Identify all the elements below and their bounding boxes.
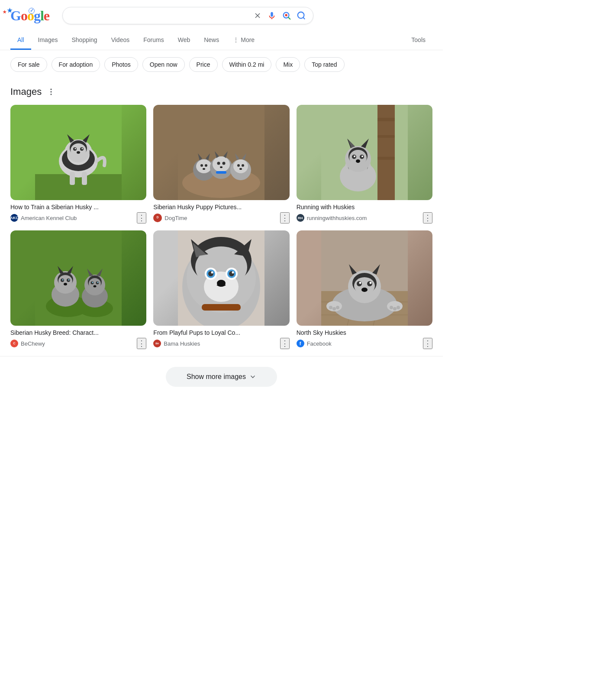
filters-bar: For sale For adoption Photos Open now Pr… <box>0 50 443 79</box>
chip-within-02-mi[interactable]: Within 0.2 mi <box>222 57 272 72</box>
svg-point-69 <box>361 155 363 157</box>
image-source-5: BH Bama Huskies ⋮ <box>153 338 289 349</box>
image-title-6: North Sky Huskies <box>297 329 432 336</box>
svg-point-21 <box>75 148 76 149</box>
svg-point-32 <box>200 164 203 167</box>
chip-photos[interactable]: Photos <box>104 57 138 72</box>
svg-point-133 <box>367 281 372 286</box>
images-section: Images <box>0 79 443 356</box>
svg-point-23 <box>77 151 80 154</box>
nav-item-web[interactable]: Web <box>171 31 197 50</box>
source-more-button-2[interactable]: ⋮ <box>280 212 290 223</box>
chip-price[interactable]: Price <box>189 57 218 72</box>
svg-point-83 <box>62 279 64 281</box>
chip-mix[interactable]: Mix <box>276 57 300 72</box>
svg-point-134 <box>359 282 361 284</box>
chip-for-sale[interactable]: For sale <box>10 57 47 72</box>
image-card-5[interactable]: From Playful Pups to Loyal Co... BH Bama… <box>153 230 289 349</box>
images-more-options-button[interactable] <box>45 86 57 98</box>
logo-checkmark: ✓ <box>29 8 35 14</box>
svg-rect-116 <box>202 304 241 311</box>
image-caption-5: From Playful Pups to Loyal Co... BH Bama… <box>153 329 289 349</box>
nav-item-more[interactable]: ⋮ More <box>226 31 261 50</box>
svg-point-141 <box>336 306 339 309</box>
svg-point-40 <box>223 162 226 165</box>
svg-point-85 <box>64 283 67 285</box>
image-thumbnail-6 <box>297 230 432 326</box>
lens-button[interactable] <box>282 11 291 20</box>
image-card-3[interactable]: Running with Huskies RH runningwithhuski… <box>297 105 432 223</box>
chip-open-now[interactable]: Open now <box>142 57 185 72</box>
nav-item-news[interactable]: News <box>197 31 226 50</box>
source-more-button-1[interactable]: ⋮ <box>137 212 146 223</box>
svg-point-7 <box>50 89 52 90</box>
svg-line-4 <box>288 17 290 19</box>
show-more-label: Show more images <box>187 373 246 381</box>
clear-button[interactable] <box>253 11 262 20</box>
svg-point-140 <box>332 307 336 311</box>
image-thumbnail-3 <box>297 105 432 200</box>
image-card-4[interactable]: Siberian Husky Breed: Charact... C BeChe… <box>10 230 146 349</box>
svg-point-22 <box>82 148 83 149</box>
svg-line-6 <box>303 17 305 19</box>
svg-rect-11 <box>35 174 122 200</box>
google-logo[interactable]: ★ ★ Goo✓gle <box>10 8 49 24</box>
image-thumbnail-1 <box>10 105 146 200</box>
source-favicon-6: f <box>297 340 304 347</box>
svg-point-65 <box>349 150 367 165</box>
source-more-button-5[interactable]: ⋮ <box>280 338 290 349</box>
logo-l: l <box>40 8 44 24</box>
three-dots-vertical-icon <box>47 87 55 96</box>
svg-point-139 <box>329 306 332 309</box>
image-source-4: C BeChewy ⋮ <box>10 338 146 349</box>
source-more-button-3[interactable]: ⋮ <box>423 212 432 223</box>
source-favicon-5: BH <box>153 340 161 347</box>
image-card-6[interactable]: North Sky Huskies f Facebook ⋮ <box>297 230 432 349</box>
chevron-down-icon <box>249 373 256 380</box>
nav-item-shopping[interactable]: Shopping <box>65 31 104 50</box>
source-favicon-4: C <box>10 340 18 347</box>
svg-point-34 <box>203 168 205 170</box>
images-header: Images <box>10 86 432 98</box>
svg-point-46 <box>237 164 240 167</box>
image-caption-3: Running with Huskies RH runningwithhuski… <box>297 204 432 223</box>
chip-top-rated[interactable]: Top rated <box>304 57 344 72</box>
svg-rect-51 <box>216 171 226 174</box>
image-thumbnail-2 <box>153 105 289 200</box>
image-card-1[interactable]: How to Train a Siberian Husky ... AKC Am… <box>10 105 146 223</box>
svg-rect-57 <box>377 135 395 138</box>
svg-point-47 <box>242 164 244 167</box>
svg-point-45 <box>233 159 248 173</box>
image-card-2[interactable]: Siberian Husky Puppy Pictures... D DogTi… <box>153 105 289 223</box>
chip-for-adoption[interactable]: For adoption <box>52 57 100 72</box>
svg-point-18 <box>71 143 86 157</box>
mic-button[interactable] <box>267 11 277 20</box>
image-caption-1: How to Train a Siberian Husky ... AKC Am… <box>10 204 146 223</box>
nav-item-videos[interactable]: Videos <box>104 31 137 50</box>
svg-point-94 <box>92 282 94 283</box>
mic-icon <box>267 11 277 20</box>
svg-point-5 <box>298 12 304 19</box>
svg-rect-26 <box>70 172 75 185</box>
nav-item-all[interactable]: All <box>10 31 31 50</box>
source-favicon-1: AKC <box>10 214 18 222</box>
source-more-button-6[interactable]: ⋮ <box>423 338 432 349</box>
svg-point-68 <box>354 155 355 157</box>
svg-point-9 <box>50 94 52 95</box>
svg-point-39 <box>217 162 220 165</box>
image-title-4: Siberian Husky Breed: Charact... <box>10 329 146 336</box>
search-button[interactable] <box>297 11 306 20</box>
svg-point-91 <box>89 278 101 289</box>
nav-item-images[interactable]: Images <box>31 31 65 50</box>
svg-point-84 <box>68 279 70 281</box>
show-more-images-button[interactable]: Show more images <box>166 367 277 387</box>
nav-item-forums[interactable]: Forums <box>136 31 171 50</box>
nav-item-tools[interactable]: Tools <box>404 31 432 50</box>
search-input[interactable]: husky pups <box>70 12 248 19</box>
svg-rect-56 <box>377 118 395 121</box>
svg-text:D: D <box>157 216 159 219</box>
svg-point-144 <box>397 306 400 309</box>
image-caption-2: Siberian Husky Puppy Pictures... D DogTi… <box>153 204 289 223</box>
source-favicon-2: D <box>153 214 162 222</box>
source-more-button-4[interactable]: ⋮ <box>137 338 146 349</box>
